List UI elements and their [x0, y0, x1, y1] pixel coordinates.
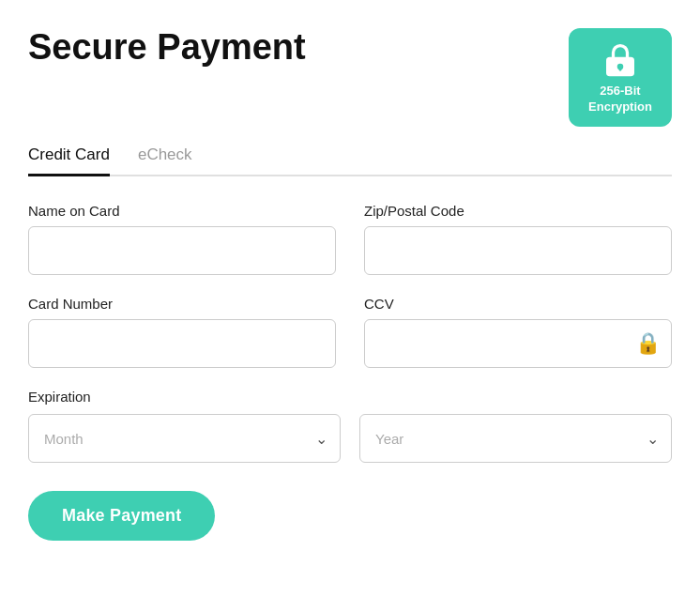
form-row-name-zip: Name on Card Zip/Postal Code	[28, 203, 672, 275]
tab-echeck[interactable]: eCheck	[138, 145, 192, 176]
expiration-row: Month 01 - January 02 - February 03 - Ma…	[28, 414, 672, 463]
month-select[interactable]: Month 01 - January 02 - February 03 - Ma…	[28, 414, 341, 463]
lock-badge-icon	[600, 39, 641, 78]
ccv-input[interactable]	[364, 319, 672, 368]
name-on-card-group: Name on Card	[28, 203, 336, 275]
card-number-input[interactable]	[28, 319, 336, 368]
name-on-card-label: Name on Card	[28, 203, 336, 219]
svg-rect-2	[619, 67, 622, 71]
expiration-section: Expiration Month 01 - January 02 - Febru…	[28, 389, 672, 463]
expiration-label: Expiration	[28, 389, 672, 405]
card-number-label: Card Number	[28, 296, 336, 312]
page-header: Secure Payment 256-Bit Encryption	[28, 28, 672, 127]
ccv-wrapper: 🔒	[364, 319, 672, 368]
zip-label: Zip/Postal Code	[364, 203, 672, 219]
zip-input[interactable]	[364, 226, 672, 275]
form-row-card-ccv: Card Number CCV 🔒	[28, 296, 672, 368]
encryption-badge: 256-Bit Encryption	[569, 28, 672, 127]
card-number-group: Card Number	[28, 296, 336, 368]
month-select-wrapper: Month 01 - January 02 - February 03 - Ma…	[28, 414, 341, 463]
ccv-group: CCV 🔒	[364, 296, 672, 368]
year-select-wrapper: Year 2024 2025 2026 2027 2028 2029 2030 …	[359, 414, 672, 463]
page-title: Secure Payment	[28, 28, 306, 68]
badge-encryption-text: 256-Bit Encryption	[588, 84, 652, 115]
tab-credit-card[interactable]: Credit Card	[28, 145, 110, 176]
ccv-label: CCV	[364, 296, 672, 312]
name-on-card-input[interactable]	[28, 226, 336, 275]
year-select[interactable]: Year 2024 2025 2026 2027 2028 2029 2030	[359, 414, 672, 463]
make-payment-button[interactable]: Make Payment	[28, 491, 215, 541]
zip-group: Zip/Postal Code	[364, 203, 672, 275]
payment-tabs: Credit Card eCheck	[28, 145, 672, 176]
